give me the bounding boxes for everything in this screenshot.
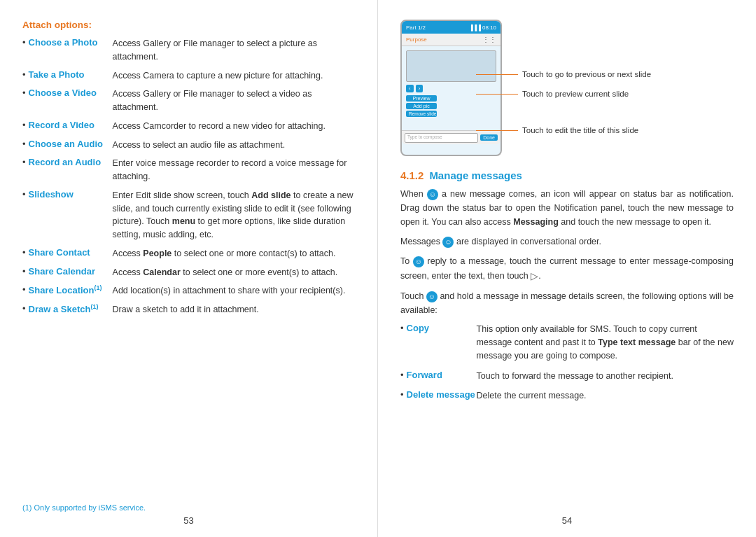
attach-desc: Access People to select one or more cont… [113,247,336,260]
attach-item: • Draw a Sketch(1)Draw a sketch to add i… [22,303,355,316]
phone-screenshot: Part 1/2 ▐▐▐ 08:10 Purpose ⋮⋮ ‹ › Previe… [400,20,502,156]
manage-term: Copy [407,323,477,333]
phone-toolbar: Purpose ⋮⋮ [402,34,500,46]
message-icon: ☺ [426,291,438,302]
callout-line-1 [476,74,518,75]
callout-text-3: Touch to edit the title of this slide [522,126,638,134]
body-paragraph: When ☺ a new message comes, an icon will… [400,187,734,229]
callout-line-2 [476,94,518,95]
prev-slide-button[interactable]: ‹ [406,85,414,92]
message-icon: ☺ [442,237,454,248]
right-page-number: 54 [562,515,572,526]
attach-item: • Record an AudioEnter voice message rec… [22,157,355,183]
attach-desc: Enter Edit slide show screen, touch Add … [113,189,355,242]
bullet: • [22,139,26,149]
callout-line-3 [476,130,518,131]
bullet: • [22,69,26,80]
toolbar-label: Purpose [406,36,427,43]
right-page: Part 1/2 ▐▐▐ 08:10 Purpose ⋮⋮ ‹ › Previe… [378,0,756,537]
attach-term: Take a Photo [29,69,113,80]
attach-term: Draw a Sketch(1) [29,303,113,314]
bullet: • [22,37,26,48]
manage-desc: Delete the current message. [477,389,587,403]
bullet: • [22,88,26,98]
left-page: Attach options: • Choose a PhotoAccess G… [0,0,378,537]
attach-term: Record a Video [29,120,113,130]
body-paragraph: Touch ☺ and hold a message in message de… [400,289,734,317]
section-heading: 4.1.2 Manage messages [400,169,734,181]
attach-desc: Draw a sketch to add it in attachment. [113,303,259,316]
add-pic-button[interactable]: Add pic [406,103,437,109]
callout-text-1: Touch to go to previous or next slide [522,70,651,78]
manage-term: Forward [407,370,477,380]
message-icon: ☺ [427,189,438,200]
attach-list: • Choose a PhotoAccess Gallery or File m… [22,37,355,322]
attach-term: Choose a Photo [29,37,113,48]
bullet: • [22,189,26,200]
attach-desc: Access Gallery or File manager to select… [113,37,355,64]
bullet: • [22,247,26,258]
attach-item: • Choose a PhotoAccess Gallery or File m… [22,37,355,64]
footnote: (1) Only supported by iSMS service. [22,503,146,512]
callout-preview: Touch to preview current slide [476,90,629,98]
phone-part-label: Part 1/2 [406,25,426,31]
signal-icon: ▐▐▐ [469,25,481,31]
manage-term: Delete message [407,389,477,400]
preview-button[interactable]: Preview [406,95,437,102]
phone-status-bar: Part 1/2 ▐▐▐ 08:10 [402,21,500,34]
toolbar-menu-icon: ⋮⋮ [482,36,496,43]
section-name: Manage messages [429,169,522,181]
callout-title: Touch to edit the title of this slide [476,126,638,134]
attach-term: Share Location(1) [29,284,113,295]
attach-desc: Access Camcorder to record a new video f… [113,120,326,133]
manage-list: • CopyThis option only available for SMS… [400,323,734,410]
type-compose-box[interactable]: Type to compose [405,133,478,143]
body-paragraph: Messages ☺ are displayed in conversation… [400,235,734,249]
attach-term: Record an Audio [29,157,113,167]
attach-desc: Access Calendar to select one or more ev… [113,266,338,279]
message-icon: ☺ [413,256,424,267]
manage-item: • Delete messageDelete the current messa… [400,389,734,403]
callout-text-2: Touch to preview current slide [522,90,629,98]
attach-term: Share Contact [29,247,113,258]
phone-action-buttons: Preview Add pic Remove slide [406,95,496,117]
manage-desc: This option only available for SMS. Touc… [477,323,734,362]
left-page-number: 53 [183,515,193,526]
attach-term: Choose a Video [29,88,113,98]
attach-desc: Access to select an audio file as attach… [113,139,286,152]
manage-desc: Touch to forward the message to another … [477,370,673,383]
attach-term: Share Calendar [29,266,113,277]
next-slide-button[interactable]: › [416,85,424,92]
done-button[interactable]: Done [480,134,498,141]
bullet: • [22,303,26,314]
attach-item: • Take a PhotoAccess Camera to capture a… [22,69,355,83]
time-display: 08:10 [482,25,496,31]
phone-callout-section: Part 1/2 ▐▐▐ 08:10 Purpose ⋮⋮ ‹ › Previe… [400,20,734,160]
remove-slide-button[interactable]: Remove slide [406,111,437,117]
phone-body: ‹ › Preview Add pic Remove slide [402,46,500,130]
attach-desc: Access Gallery or File manager to select… [113,88,355,114]
manage-item: • ForwardTouch to forward the message to… [400,370,734,383]
bullet: • [22,284,26,295]
attach-item: • Share ContactAccess People to select o… [22,247,355,260]
attach-item: • SlideshowEnter Edit slide show screen,… [22,189,355,242]
body-paragraphs: When ☺ a new message comes, an icon will… [400,187,734,323]
body-paragraph: To ☺ reply to a message, touch the curre… [400,254,734,284]
bullet: • [22,266,26,277]
callout-nav: Touch to go to previous or next slide [476,70,651,78]
bullet: • [400,389,404,400]
bullet: • [22,120,26,130]
attach-item: • Share CalendarAccess Calendar to selec… [22,266,355,279]
attach-item: • Choose a VideoAccess Gallery or File m… [22,88,355,114]
section-number: 4.1.2 [400,169,424,181]
attach-desc: Add location(s) in attachment to share w… [113,284,346,298]
phone-status-right: ▐▐▐ 08:10 [469,25,496,31]
attach-item: • Choose an AudioAccess to select an aud… [22,139,355,152]
attach-desc: Access Camera to capture a new picture f… [113,69,323,83]
manage-item: • CopyThis option only available for SMS… [400,323,734,362]
send-arrow-icon: ▷ [531,268,538,284]
bullet: • [22,157,26,167]
bullet: • [400,323,404,333]
attach-desc: Enter voice message recorder to record a… [113,157,355,183]
attach-item: • Record a VideoAccess Camcorder to reco… [22,120,355,133]
